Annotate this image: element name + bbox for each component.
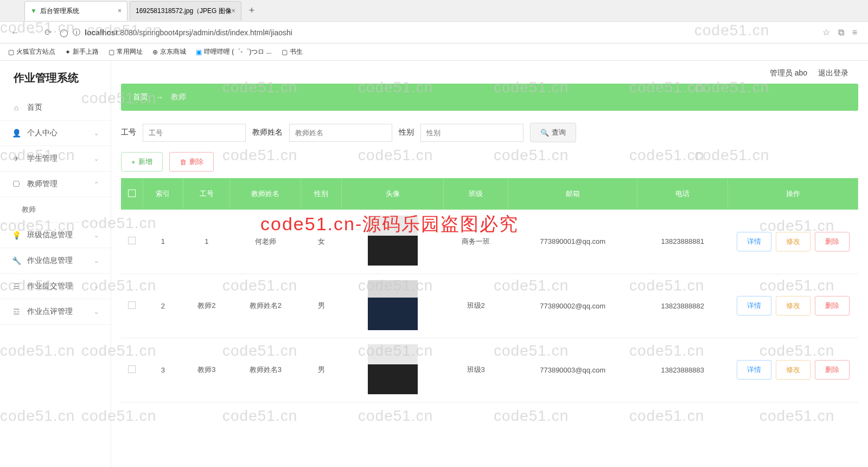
- sidebar-item-homework-review[interactable]: ☲作业点评管理⌄: [0, 299, 111, 325]
- sidebar-item-profile[interactable]: 👤个人中心⌄: [0, 121, 111, 146]
- bookmark-item[interactable]: ▢ 常用网址: [108, 47, 143, 56]
- new-tab-button[interactable]: +: [249, 5, 255, 16]
- cell-class: 班级2: [444, 274, 508, 338]
- close-icon[interactable]: ×: [232, 7, 235, 15]
- input-gender[interactable]: [420, 124, 524, 142]
- bookmark-item[interactable]: ▣ 哔哩哔哩 (゜-゜)つロ ...: [196, 47, 272, 56]
- cell-name: 教师姓名3: [230, 338, 301, 402]
- detail-button[interactable]: 详情: [737, 296, 771, 315]
- bookmark-item[interactable]: ⊕ 京东商城: [152, 47, 186, 56]
- extension-icon[interactable]: ⧉: [838, 28, 844, 37]
- cell-gender: 男: [301, 274, 342, 338]
- logout-link[interactable]: 退出登录: [818, 68, 848, 78]
- table-header-row: 索引 工号 教师姓名 性别 头像 班级 邮箱 电话 操作: [121, 178, 858, 210]
- edit-button[interactable]: 修改: [776, 296, 810, 315]
- row-delete-button[interactable]: 删除: [815, 296, 850, 315]
- list-icon: ☲: [12, 307, 21, 316]
- sidebar-item-home[interactable]: ⌂首页: [0, 95, 111, 121]
- chevron-down-icon: ⌄: [94, 130, 99, 137]
- row-delete-button[interactable]: 删除: [815, 232, 850, 251]
- chevron-down-icon: ⌄: [94, 257, 99, 264]
- app-title: 作业管理系统: [0, 61, 111, 95]
- add-button[interactable]: +新增: [121, 152, 163, 172]
- layers-icon: ☰: [12, 282, 21, 291]
- bookmark-item[interactable]: ▢ 火狐官方站点: [8, 47, 55, 56]
- cell-email: 773890002@qq.com: [508, 274, 637, 338]
- url-path: :8080/springboot4prsj/admin/dist/index.h…: [118, 28, 292, 37]
- sidebar-item-teacher-sub[interactable]: 教师: [0, 197, 111, 223]
- input-code[interactable]: [143, 124, 246, 142]
- cell-phone: 13823888882: [637, 274, 728, 338]
- checkbox[interactable]: [128, 237, 136, 244]
- checkbox[interactable]: [128, 365, 136, 373]
- cell-index: 3: [143, 338, 183, 402]
- checkbox-all[interactable]: [128, 190, 136, 197]
- current-user[interactable]: 管理员 abo: [770, 68, 807, 78]
- row-delete-button[interactable]: 删除: [815, 360, 850, 380]
- tab-title: 后台管理系统: [40, 7, 79, 16]
- menu-icon[interactable]: ≡: [852, 28, 857, 37]
- cell-gender: 男: [301, 338, 342, 402]
- cell-index: 2: [143, 274, 183, 338]
- wrench-icon: 🔧: [12, 256, 21, 265]
- cell-code: 1: [183, 210, 230, 274]
- query-button[interactable]: 🔍查询: [530, 123, 576, 142]
- close-icon[interactable]: ×: [118, 7, 122, 15]
- browser-tab-2[interactable]: 1692581318572.jpg（JPEG 图像 ×: [130, 1, 241, 21]
- lock-icon: ⓘ: [73, 28, 80, 37]
- reload-button[interactable]: ⟳: [44, 27, 52, 37]
- chevron-down-icon: ⌄: [94, 283, 99, 290]
- cell-email: 773890003@qq.com: [508, 338, 637, 402]
- url-host: localhost: [85, 28, 118, 37]
- sidebar-item-teacher[interactable]: 🖵教师管理⌃: [0, 172, 111, 197]
- address-input[interactable]: ◯ ⓘ localhost:8080/springboot4prsj/admin…: [60, 28, 814, 37]
- chevron-down-icon: ⌄: [94, 308, 99, 315]
- delete-button[interactable]: 🗑删除: [169, 152, 214, 172]
- action-row: +新增 🗑删除: [121, 152, 858, 172]
- sidebar-item-homework-submit[interactable]: ☰作业提交管理⌄: [0, 274, 111, 299]
- input-name[interactable]: [289, 124, 392, 142]
- checkbox[interactable]: [128, 301, 136, 309]
- shield-icon: ◯: [60, 28, 68, 37]
- breadcrumb-arrow: →: [156, 93, 163, 102]
- avatar: [368, 280, 418, 330]
- th-ops: 操作: [728, 178, 858, 210]
- th-index: 索引: [143, 178, 183, 210]
- label-gender: 性别: [399, 128, 414, 137]
- search-icon: 🔍: [540, 129, 549, 137]
- monitor-icon: 🖵: [12, 180, 21, 188]
- th-email: 邮箱: [508, 178, 637, 210]
- send-icon: ✈: [12, 154, 21, 163]
- detail-button[interactable]: 详情: [737, 360, 771, 380]
- sidebar-item-student[interactable]: ✈学生管理⌄: [0, 146, 111, 172]
- breadcrumb-home[interactable]: 首页: [133, 92, 148, 102]
- avatar: [368, 216, 418, 266]
- cell-code: 教师3: [183, 338, 230, 402]
- label-name: 教师姓名: [252, 128, 283, 137]
- main-content: 管理员 abo 退出登录 首页 → 教师 工号 教师姓名 性别 🔍查询 +新增 …: [111, 61, 868, 467]
- topbar: 管理员 abo 退出登录: [121, 61, 858, 84]
- chevron-up-icon: ⌃: [94, 181, 99, 188]
- home-icon: ⌂: [12, 103, 21, 112]
- edit-button[interactable]: 修改: [776, 232, 810, 251]
- sidebar-item-class[interactable]: 💡班级信息管理⌄: [0, 223, 111, 248]
- forward-button[interactable]: →: [28, 28, 36, 37]
- cell-email: 773890001@qq.com: [508, 210, 637, 274]
- browser-tab-active[interactable]: ▼ 后台管理系统 ×: [24, 1, 127, 21]
- table-row: 3 教师3 教师姓名3 男 班级3 773890003@qq.com 13823…: [121, 338, 858, 402]
- cell-phone: 13823888883: [637, 338, 728, 402]
- bookmark-item[interactable]: ▢ 书生: [282, 47, 303, 56]
- bookmark-item[interactable]: ✦ 新手上路: [65, 47, 99, 56]
- sidebar: 作业管理系统 ⌂首页 👤个人中心⌄ ✈学生管理⌄ 🖵教师管理⌃ 教师 💡班级信息…: [0, 61, 111, 467]
- th-name: 教师姓名: [230, 178, 301, 210]
- cell-index: 1: [143, 210, 183, 274]
- bookmark-star-icon[interactable]: ☆: [822, 27, 830, 37]
- url-bar: ← → ⟳ ◯ ⓘ localhost:8080/springboot4prsj…: [0, 22, 868, 43]
- sidebar-item-homework-info[interactable]: 🔧作业信息管理⌄: [0, 248, 111, 274]
- th-code: 工号: [183, 178, 230, 210]
- back-button[interactable]: ←: [11, 28, 20, 37]
- detail-button[interactable]: 详情: [737, 232, 771, 251]
- chevron-down-icon: ⌄: [94, 155, 99, 162]
- edit-button[interactable]: 修改: [776, 360, 810, 380]
- cell-name: 何老师: [230, 210, 301, 274]
